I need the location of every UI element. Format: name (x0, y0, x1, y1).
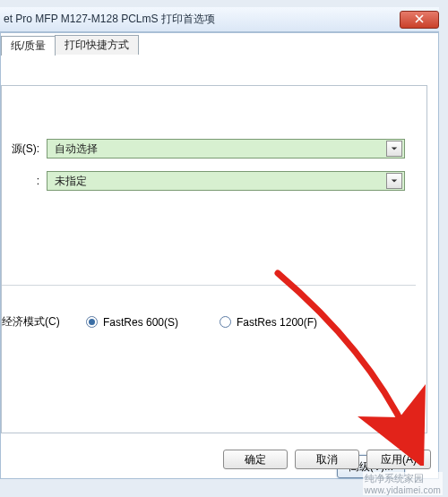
tab-panel: 源(S): 自动选择 : 未指定 经济模式(C) FastRes 6 (1, 85, 427, 433)
ok-button[interactable]: 确定 (223, 450, 288, 469)
radio-fastres-1200[interactable]: FastRes 1200(F) (220, 316, 317, 329)
tab-paper-quality[interactable]: 纸/质量 (1, 36, 56, 56)
quality-row: 经济模式(C) FastRes 600(S) FastRes 1200(F) (2, 314, 416, 330)
button-label: 取消 (316, 452, 338, 467)
watermark: 纯净系统家园 www.yidaimei.com (363, 472, 443, 495)
source-value: 自动选择 (55, 141, 98, 157)
tab-label: 纸/质量 (11, 39, 46, 54)
window-client: 纸/质量 打印快捷方式 源(S): 自动选择 : 未指定 (0, 32, 439, 479)
radio-icon (86, 316, 98, 328)
radio-label: FastRes 1200(F) (237, 316, 317, 329)
mediatype-label: : (2, 175, 47, 187)
chevron-down-icon (386, 141, 402, 157)
eco-mode-label: 经济模式(C) (2, 314, 86, 330)
button-label: 确定 (245, 452, 266, 467)
tab-shortcuts[interactable]: 打印快捷方式 (55, 35, 139, 55)
mediatype-value: 未指定 (55, 174, 87, 189)
apply-button[interactable]: 应用(A) (366, 450, 431, 469)
watermark-line2: www.yidaimei.com (365, 485, 441, 495)
tab-label: 打印快捷方式 (65, 38, 129, 53)
cancel-button[interactable]: 取消 (295, 450, 359, 469)
close-button[interactable] (400, 11, 439, 29)
mediatype-select[interactable]: 未指定 (47, 171, 405, 191)
dialog-buttons: 确定 取消 应用(A) (1, 446, 438, 473)
chevron-down-icon (386, 173, 402, 189)
separator (2, 285, 416, 286)
source-select[interactable]: 自动选择 (47, 139, 405, 159)
window-title: et Pro MFP M127-M128 PCLmS 打印首选项 (4, 12, 215, 27)
source-label: 源(S): (2, 141, 47, 157)
titlebar: et Pro MFP M127-M128 PCLmS 打印首选项 (0, 7, 439, 32)
watermark-line1: 纯净系统家园 (365, 472, 441, 485)
radio-icon (220, 316, 231, 328)
close-icon (415, 13, 424, 26)
radio-fastres-600[interactable]: FastRes 600(S) (86, 316, 178, 329)
radio-label: FastRes 600(S) (103, 316, 178, 329)
button-label: 应用(A) (381, 452, 417, 467)
